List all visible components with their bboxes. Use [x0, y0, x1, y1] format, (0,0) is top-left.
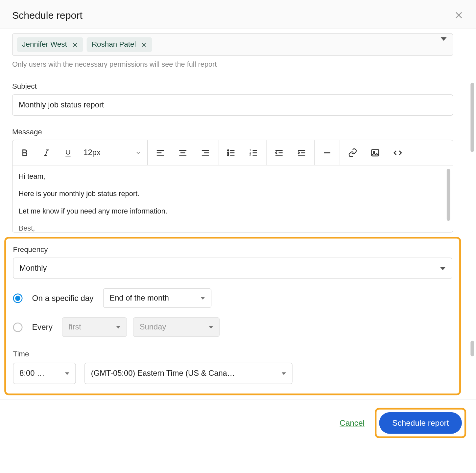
schedule-report-button[interactable]: Schedule report: [379, 412, 462, 434]
message-line: Let me know if you need any more informa…: [19, 206, 447, 216]
schedule-report-dialog: Schedule report Jennifer West ✕ Roshan P…: [0, 0, 476, 446]
bullet-list-button[interactable]: [225, 146, 238, 159]
close-icon: [454, 11, 464, 20]
message-line: Best,: [19, 223, 447, 232]
editor-toolbar: 12px 123: [12, 140, 453, 165]
radio-specific-day[interactable]: [13, 293, 23, 303]
chevron-down-icon: [116, 326, 121, 328]
chevron-down-icon: [209, 326, 213, 328]
code-icon: [393, 148, 402, 157]
align-right-icon: [201, 148, 210, 157]
chevron-down-icon[interactable]: [440, 41, 446, 49]
recipients-helper-text: Only users with the necessary permission…: [12, 60, 453, 68]
option-specific-day-row: On a specific day End of the month: [13, 288, 452, 308]
bold-button[interactable]: [19, 146, 31, 159]
recipient-chip[interactable]: Roshan Patel ✕: [86, 37, 152, 52]
ordinal-value: first: [69, 323, 81, 332]
svg-text:3: 3: [250, 153, 251, 156]
message-body[interactable]: Hi team, Here is your monthly job status…: [12, 165, 453, 232]
bold-icon: [20, 148, 29, 157]
weekday-value: Sunday: [140, 323, 166, 332]
dialog-scrollbar[interactable]: [470, 341, 474, 356]
radio-every-label: Every: [32, 322, 53, 332]
recipient-chip[interactable]: Jennifer West ✕: [17, 37, 83, 52]
horizontal-rule-button[interactable]: [321, 146, 334, 159]
italic-icon: [42, 148, 51, 157]
message-line: Here is your monthly job status report.: [19, 189, 447, 199]
cancel-link[interactable]: Cancel: [340, 418, 365, 428]
svg-point-35: [373, 151, 375, 152]
frequency-label: Frequency: [13, 245, 452, 254]
chevron-down-icon: [282, 372, 286, 375]
dialog-body: Jennifer West ✕ Roshan Patel ✕ Only user…: [0, 29, 476, 399]
underline-icon: [64, 148, 72, 157]
bullet-list-icon: [226, 148, 236, 157]
align-left-icon: [155, 148, 165, 157]
ordinal-select[interactable]: first: [62, 317, 127, 337]
option-every-row: Every first Sunday: [13, 317, 452, 337]
italic-button[interactable]: [40, 146, 53, 159]
chevron-down-icon: [201, 297, 205, 299]
image-button[interactable]: [369, 146, 382, 159]
frequency-select[interactable]: Monthly: [13, 258, 452, 279]
submit-highlight-box: Schedule report: [375, 408, 466, 438]
chevron-down-icon: [65, 372, 69, 375]
recipients-input[interactable]: Jennifer West ✕ Roshan Patel ✕: [12, 33, 453, 56]
message-editor: 12px 123: [12, 140, 453, 233]
editor-scrollbar[interactable]: [447, 169, 450, 221]
dialog-header: Schedule report: [0, 0, 476, 29]
dialog-footer: Cancel Schedule report: [0, 400, 476, 446]
specific-day-value: End of the month: [109, 294, 169, 303]
svg-line-2: [45, 150, 48, 156]
indent-icon: [297, 148, 306, 157]
code-button[interactable]: [391, 146, 404, 159]
chip-remove-icon[interactable]: ✕: [141, 41, 147, 48]
time-label: Time: [13, 350, 452, 358]
specific-day-select[interactable]: End of the month: [103, 288, 212, 308]
chip-label: Roshan Patel: [92, 40, 136, 49]
dialog-scrollbar[interactable]: [470, 83, 474, 152]
number-list-icon: 123: [249, 148, 258, 157]
underline-button[interactable]: [62, 146, 74, 159]
align-right-button[interactable]: [199, 146, 212, 159]
frequency-value: Monthly: [19, 264, 47, 273]
align-center-icon: [178, 148, 188, 157]
time-value: 8:00 …: [19, 369, 45, 378]
outdent-button[interactable]: [273, 146, 286, 159]
message-label: Message: [12, 128, 453, 136]
schedule-highlight-box: Frequency Monthly On a specific day End …: [4, 237, 461, 395]
chip-remove-icon[interactable]: ✕: [72, 41, 78, 48]
align-left-button[interactable]: [154, 146, 167, 159]
weekday-select[interactable]: Sunday: [133, 317, 220, 337]
dialog-title: Schedule report: [12, 9, 83, 21]
link-button[interactable]: [346, 146, 359, 159]
font-size-select[interactable]: 12px: [83, 148, 141, 157]
timezone-value: (GMT-05:00) Eastern Time (US & Cana…: [91, 369, 235, 378]
chevron-down-icon: [440, 266, 446, 270]
message-line: Hi team,: [19, 171, 447, 182]
chevron-down-icon: [135, 149, 141, 155]
svg-point-16: [227, 152, 229, 153]
number-list-button[interactable]: 123: [247, 146, 260, 159]
chip-label: Jennifer West: [22, 40, 67, 49]
svg-point-17: [227, 154, 229, 156]
timezone-select[interactable]: (GMT-05:00) Eastern Time (US & Cana…: [84, 363, 293, 384]
close-button[interactable]: [452, 9, 465, 22]
svg-point-15: [227, 150, 229, 151]
link-icon: [348, 148, 357, 157]
subject-label: Subject: [12, 82, 453, 91]
horizontal-rule-icon: [322, 148, 332, 157]
radio-specific-day-label: On a specific day: [32, 293, 94, 303]
font-size-value: 12px: [83, 148, 100, 157]
align-center-button[interactable]: [176, 146, 189, 159]
indent-button[interactable]: [295, 146, 308, 159]
image-icon: [370, 148, 380, 157]
outdent-icon: [274, 148, 284, 157]
subject-input[interactable]: [12, 94, 453, 116]
time-select[interactable]: 8:00 …: [13, 363, 76, 384]
radio-every[interactable]: [13, 322, 23, 332]
